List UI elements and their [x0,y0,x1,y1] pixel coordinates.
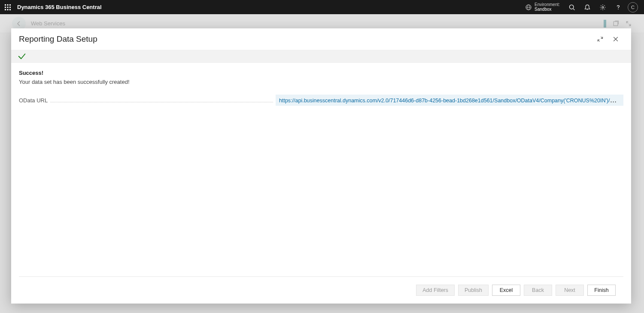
success-message: Your data set has been successfully crea… [19,79,623,85]
help-button[interactable] [611,0,626,14]
top-bar: Dynamics 365 Business Central Environmen… [0,0,644,14]
user-avatar[interactable]: C [628,2,638,12]
environment-label: Environment: [535,3,560,7]
svg-rect-3 [5,6,6,8]
odata-url-label: OData URL [19,97,48,104]
avatar-letter: C [631,5,635,10]
odata-url-value[interactable]: https://api.businesscentral.dynamics.com… [276,95,623,106]
environment-selector[interactable]: Environment: Sandbox [521,3,564,12]
restore-down-icon [597,36,604,43]
gear-icon [599,4,606,11]
modal-body: Success! Your data set has been successf… [11,63,631,276]
svg-line-13 [573,9,574,10]
svg-rect-5 [9,6,11,8]
close-icon [612,36,619,43]
settings-button[interactable] [595,0,611,14]
status-strip [11,50,631,63]
modal-close-button[interactable] [608,31,623,47]
svg-rect-8 [9,9,11,10]
modal-header: Reporting Data Setup [11,28,631,50]
svg-point-12 [569,5,574,9]
excel-button[interactable]: Excel [492,285,520,296]
app-launcher-icon[interactable] [3,3,12,12]
search-icon [568,4,575,11]
svg-rect-2 [9,4,11,6]
field-filler [50,98,273,102]
modal-restore-button[interactable] [592,31,608,47]
odata-url-link[interactable]: https://api.businesscentral.dynamics.com… [279,96,623,104]
success-title: Success! [19,70,623,76]
reporting-data-setup-modal: Reporting Data Setup Success! Your data … [11,28,631,304]
back-wizard-button: Back [524,285,552,296]
globe-icon [525,4,532,11]
svg-rect-7 [7,9,9,10]
svg-rect-6 [5,9,6,10]
notifications-button[interactable] [580,0,595,14]
add-filters-button: Add Filters [416,285,455,296]
question-icon [615,4,622,11]
next-button: Next [556,285,584,296]
modal-title: Reporting Data Setup [19,34,97,44]
environment-value: Sandbox [535,7,560,12]
odata-url-field: OData URL https://api.businesscentral.dy… [19,95,623,106]
svg-rect-4 [7,6,9,8]
app-title: Dynamics 365 Business Central [17,4,102,10]
publish-button: Publish [458,285,489,296]
bell-icon [584,4,591,11]
modal-footer: Add Filters Publish Excel Back Next Fini… [19,276,623,304]
svg-rect-0 [5,4,6,6]
svg-rect-1 [7,4,9,6]
checkmark-icon [17,52,27,61]
finish-button[interactable]: Finish [587,285,616,296]
svg-point-14 [602,6,604,8]
svg-point-15 [618,9,618,9]
search-button[interactable] [564,0,580,14]
